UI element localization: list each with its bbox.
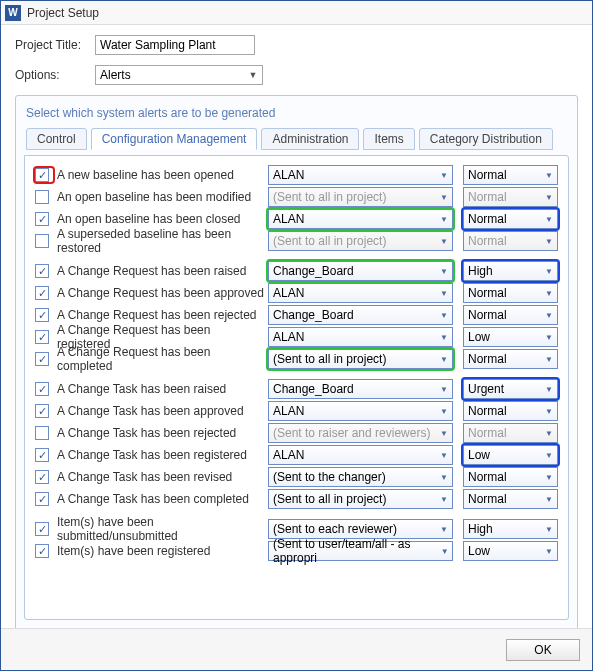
tab-body: A new baseline has been openedALAN▼Norma… [24,155,569,620]
titlebar: W Project Setup [1,1,592,25]
alert-label: A Change Request has been raised [57,264,264,278]
chevron-down-icon: ▼ [438,171,450,180]
alert-row: A Change Task has been registeredALAN▼Lo… [35,444,558,466]
tab-configuration-management[interactable]: Configuration Management [91,128,258,150]
priority-select[interactable]: Normal▼ [463,165,558,185]
priority-select[interactable]: Low▼ [463,327,558,347]
recipient-value: (Sent to all in project) [273,352,386,366]
chevron-down-icon: ▼ [438,473,450,482]
highlight: (Sent to all in project)▼ [268,349,453,369]
priority-select[interactable]: Normal▼ [463,489,558,509]
priority-select[interactable]: Normal▼ [463,349,558,369]
highlight: Urgent▼ [463,379,558,399]
recipient-select[interactable]: Change_Board▼ [268,305,453,325]
alert-checkbox[interactable] [35,308,49,322]
recipient-select[interactable]: Change_Board▼ [268,261,453,281]
highlight: ALAN▼ [268,209,453,229]
alert-checkbox[interactable] [35,168,49,182]
chevron-down-icon: ▼ [438,451,450,460]
alert-checkbox[interactable] [35,522,49,536]
priority-value: Normal [468,308,507,322]
priority-select[interactable]: Urgent▼ [463,379,558,399]
alert-checkbox[interactable] [35,212,49,226]
chevron-down-icon: ▼ [543,385,555,394]
chevron-down-icon: ▼ [439,547,450,556]
alert-checkbox[interactable] [35,544,49,558]
recipient-select[interactable]: Change_Board▼ [268,379,453,399]
priority-select[interactable]: Low▼ [463,445,558,465]
recipient-value: Change_Board [273,308,354,322]
chevron-down-icon: ▼ [438,355,450,364]
alert-checkbox[interactable] [35,382,49,396]
priority-select: Normal▼ [463,187,558,207]
recipient-select[interactable]: (Sent to the changer)▼ [268,467,453,487]
priority-select[interactable]: High▼ [463,519,558,539]
chevron-down-icon: ▼ [543,473,555,482]
options-row: Options: Alerts ▼ [15,65,578,85]
alert-checkbox[interactable] [35,234,49,248]
priority-select: Normal▼ [463,231,558,251]
alert-checkbox[interactable] [35,264,49,278]
priority-value: Normal [468,426,507,440]
recipient-value: ALAN [273,448,304,462]
chevron-down-icon: ▼ [438,407,450,416]
highlight: High▼ [463,261,558,281]
alert-checkbox[interactable] [35,404,49,418]
alert-checkbox[interactable] [35,470,49,484]
alert-row: A new baseline has been openedALAN▼Norma… [35,164,558,186]
alert-checkbox[interactable] [35,190,49,204]
alert-label: An open baseline has been closed [57,212,264,226]
priority-select[interactable]: Normal▼ [463,209,558,229]
recipient-select[interactable]: (Sent to all in project)▼ [268,489,453,509]
recipient-select[interactable]: ALAN▼ [268,401,453,421]
ok-button[interactable]: OK [506,639,580,661]
recipient-value: (Sent to each reviewer) [273,522,397,536]
recipient-value: Change_Board [273,382,354,396]
alert-label: A Change Request has been approved [57,286,264,300]
alert-checkbox[interactable] [35,448,49,462]
options-value: Alerts [100,68,131,82]
tab-administration[interactable]: Administration [261,128,359,150]
recipient-select[interactable]: ALAN▼ [268,283,453,303]
priority-select[interactable]: Normal▼ [463,305,558,325]
alert-row: A Change Request has been approvedALAN▼N… [35,282,558,304]
alert-checkbox[interactable] [35,352,49,366]
priority-select[interactable]: Normal▼ [463,283,558,303]
priority-select[interactable]: Normal▼ [463,467,558,487]
content-area: Project Title: Options: Alerts ▼ Select … [1,25,592,639]
recipient-value: (Sent to the changer) [273,470,386,484]
highlight: Normal▼ [463,209,558,229]
alert-label: A Change Task has been registered [57,448,264,462]
recipient-select[interactable]: ALAN▼ [268,165,453,185]
recipient-select[interactable]: ALAN▼ [268,209,453,229]
panel-caption: Select which system alerts are to be gen… [26,106,567,120]
recipient-select[interactable]: (Sent to each reviewer)▼ [268,519,453,539]
highlight: Change_Board▼ [268,261,453,281]
options-combo[interactable]: Alerts ▼ [95,65,263,85]
recipient-select: (Sent to raiser and reviewers)▼ [268,423,453,443]
chevron-down-icon: ▼ [438,267,450,276]
recipient-select[interactable]: (Sent to all in project)▼ [268,349,453,369]
alert-checkbox[interactable] [35,286,49,300]
priority-value: Normal [468,492,507,506]
recipient-select[interactable]: (Sent to user/team/all - as appropri▼ [268,541,453,561]
tab-control[interactable]: Control [26,128,87,150]
recipient-value: (Sent to user/team/all - as appropri [273,537,439,565]
priority-select[interactable]: Low▼ [463,541,558,561]
recipient-select[interactable]: ALAN▼ [268,327,453,347]
priority-select[interactable]: Normal▼ [463,401,558,421]
alert-checkbox[interactable] [35,426,49,440]
recipient-value: ALAN [273,404,304,418]
tab-items[interactable]: Items [363,128,414,150]
priority-value: Low [468,544,490,558]
tab-category-distribution[interactable]: Category Distribution [419,128,553,150]
project-title-input[interactable] [95,35,255,55]
recipient-select[interactable]: ALAN▼ [268,445,453,465]
alert-checkbox[interactable] [35,492,49,506]
alert-row: A Change Task has been raisedChange_Boar… [35,378,558,400]
alert-checkbox[interactable] [35,330,49,344]
alert-row: An open baseline has been modified(Sent … [35,186,558,208]
alert-label: A Change Task has been raised [57,382,264,396]
priority-value: Normal [468,234,507,248]
priority-select[interactable]: High▼ [463,261,558,281]
